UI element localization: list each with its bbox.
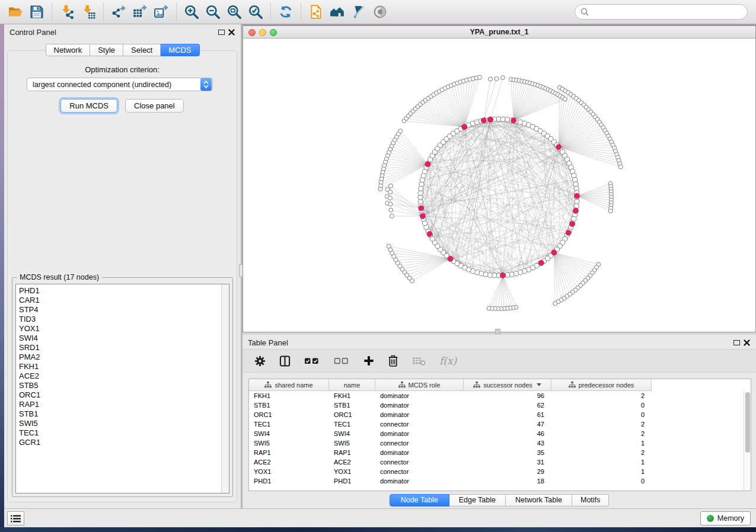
table-cell: 1 [551, 467, 652, 476]
table-row[interactable]: YOX1YOX1connector291 [249, 467, 751, 476]
status-menu-button[interactable] [7, 511, 24, 525]
table-cell: dominator [375, 410, 464, 419]
zoom-in-icon[interactable] [181, 2, 202, 21]
mcds-result-item[interactable]: SWI5 [16, 419, 229, 428]
table-row[interactable]: ORC1ORC1dominator610 [249, 410, 751, 419]
table-cell: 2 [551, 419, 652, 429]
mcds-result-listbox[interactable]: PHD1CAR1STP4TID3YOX1SWI4SRD1PMA2FKH1ACE2… [15, 284, 229, 493]
delete-table-icon [412, 356, 426, 366]
memory-button[interactable]: Memory [700, 511, 751, 525]
table-cell: dominator [375, 476, 464, 486]
network-graph[interactable] [243, 39, 755, 332]
tab-node-table[interactable]: Node Table [390, 494, 449, 507]
column-header-successor-nodes[interactable]: successor nodes [464, 379, 551, 391]
delete-column-icon[interactable] [388, 355, 398, 367]
table-row[interactable]: FKH1FKH1dominator962 [249, 391, 751, 400]
column-layout-icon[interactable] [279, 355, 291, 367]
tab-network-table[interactable]: Network Table [506, 494, 572, 507]
refresh-layout-icon[interactable] [275, 2, 296, 21]
zoom-out-icon[interactable] [202, 2, 224, 21]
zoom-fit-icon[interactable] [224, 2, 245, 21]
table-row[interactable]: RAP1RAP1dominator352 [249, 448, 751, 457]
mcds-result-item[interactable]: CAR1 [16, 296, 229, 305]
mcds-result-item[interactable]: PMA2 [16, 352, 229, 362]
column-header-label: MCDS role [409, 382, 441, 389]
mcds-result-item[interactable]: TEC1 [16, 428, 229, 438]
table-row[interactable]: TEC1TEC1connector472 [249, 419, 751, 429]
search-input[interactable] [592, 8, 742, 16]
column-settings-icon[interactable] [254, 355, 266, 367]
export-network-icon[interactable] [108, 2, 129, 21]
node-table: shared namenameMCDS rolesuccessor nodesp… [248, 379, 751, 491]
mcds-list-scrollbar[interactable] [221, 284, 229, 493]
mcds-result-item[interactable]: ACE2 [16, 371, 229, 381]
table-row[interactable]: SWI4SWI4dominator462 [249, 429, 751, 438]
sort-desc-icon [537, 383, 541, 386]
mcds-result-item[interactable]: ORC1 [16, 390, 229, 400]
tab-motifs[interactable]: Motifs [572, 494, 609, 507]
table-row[interactable]: STB1STB1dominator620 [249, 400, 751, 410]
select-all-checks-icon[interactable] [304, 357, 320, 365]
column-header-name[interactable]: name [329, 379, 375, 391]
toolbar-separator [270, 3, 271, 21]
clear-all-checks-icon[interactable] [334, 357, 350, 365]
mcds-result-item[interactable]: SWI4 [16, 334, 229, 343]
mcds-result-item[interactable]: SRD1 [16, 343, 229, 352]
home-overview-icon[interactable] [327, 2, 348, 21]
run-mcds-button[interactable]: Run MCDS [60, 99, 117, 113]
mcds-result-title: MCDS result (17 nodes) [17, 273, 101, 281]
table-cell: RAP1 [249, 448, 329, 457]
network-from-file-icon[interactable] [305, 2, 327, 21]
import-table-icon[interactable] [78, 2, 99, 21]
export-image-icon[interactable] [151, 2, 172, 21]
open-file-icon[interactable] [5, 2, 26, 21]
export-table-icon[interactable] [129, 2, 151, 21]
float-panel-icon[interactable] [218, 30, 225, 35]
mcds-result-item[interactable]: STB1 [16, 409, 229, 419]
table-cell: ACE2 [329, 457, 375, 467]
add-column-icon[interactable] [363, 355, 374, 366]
mcds-result-item[interactable]: GCR1 [16, 438, 229, 447]
close-table-panel-icon[interactable] [744, 339, 750, 346]
search-field[interactable] [575, 4, 748, 20]
network-window-titlebar[interactable]: YPA_prune.txt_1 [243, 26, 755, 39]
tab-style[interactable]: Style [90, 44, 123, 56]
mcds-result-item[interactable]: STP4 [16, 305, 229, 315]
mcds-result-item[interactable]: YOX1 [16, 324, 229, 334]
column-header-MCDS-role[interactable]: MCDS role [375, 379, 464, 391]
mcds-result-item[interactable]: TID3 [16, 315, 229, 324]
mcds-result-item[interactable]: RAP1 [16, 400, 229, 409]
tab-edge-table[interactable]: Edge Table [449, 494, 506, 507]
tab-network[interactable]: Network [45, 44, 90, 56]
column-header-predecessor-nodes[interactable]: predecessor nodes [551, 379, 652, 391]
table-scrollbar-thumb[interactable] [745, 392, 750, 453]
table-cell: SWI5 [329, 438, 375, 448]
mcds-result-item[interactable]: FKH1 [16, 362, 229, 371]
table-cell: FKH1 [249, 391, 329, 400]
criterion-select[interactable]: largest connected component (undirected) [27, 78, 213, 91]
show-hide-icon[interactable] [369, 2, 391, 21]
tab-mcds[interactable]: MCDS [161, 44, 199, 56]
table-row[interactable]: SWI5SWI5connector431 [249, 438, 751, 448]
close-panel-icon[interactable] [228, 29, 235, 36]
mcds-result-item[interactable]: PHD1 [16, 286, 229, 296]
table-scrollbar[interactable] [744, 391, 751, 491]
table-row[interactable]: ACE2ACE2connector311 [249, 457, 751, 467]
column-header-shared-name[interactable]: shared name [249, 379, 329, 391]
import-network-icon[interactable] [56, 2, 78, 21]
horizontal-splitter-grip[interactable] [495, 329, 500, 334]
table-toolbar: f(x) [243, 349, 756, 373]
zoom-selected-icon[interactable] [245, 2, 266, 21]
table-panel-header: Table Panel [243, 335, 756, 350]
table-row[interactable]: PHD1PHD1dominator180 [249, 476, 751, 486]
float-table-panel-icon[interactable] [733, 340, 740, 345]
close-panel-button[interactable]: Close panel [125, 99, 184, 113]
network-canvas[interactable] [243, 39, 755, 332]
tab-select[interactable]: Select [123, 44, 161, 56]
save-session-icon[interactable] [26, 2, 47, 21]
mcds-result-item[interactable]: STB5 [16, 381, 229, 390]
table-cell: 46 [464, 429, 551, 438]
main-toolbar [0, 0, 756, 24]
toggle-graphics-details-icon[interactable] [348, 2, 369, 21]
network-window: YPA_prune.txt_1 [243, 25, 756, 332]
